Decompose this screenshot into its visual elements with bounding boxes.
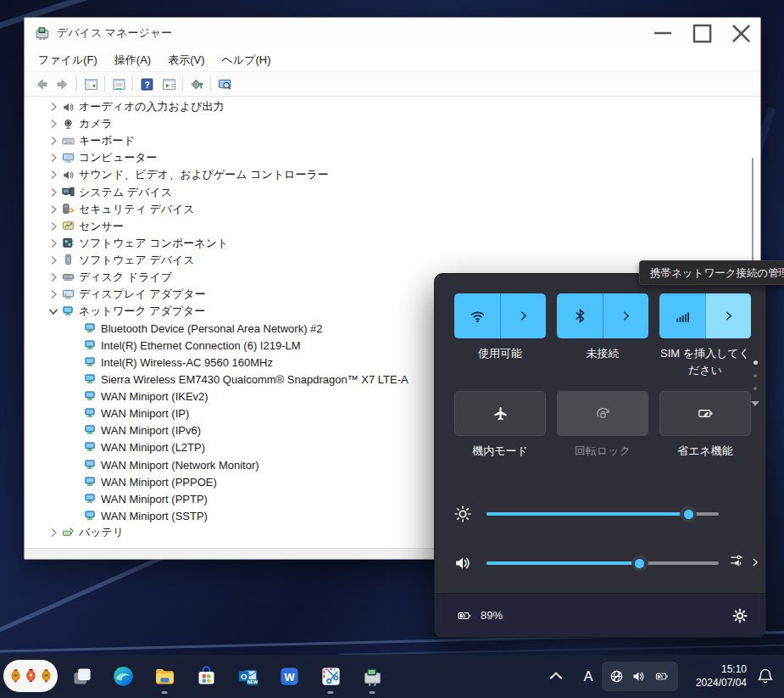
tree-row[interactable]: サウンド、ビデオ、およびゲーム コントローラー bbox=[25, 166, 748, 183]
taskbar-device-manager[interactable] bbox=[355, 659, 389, 693]
quick-settings-pagination[interactable] bbox=[751, 360, 759, 406]
ime-indicator[interactable]: A bbox=[577, 666, 599, 688]
menu-item-V[interactable]: 表示(V) bbox=[159, 49, 213, 71]
show-play-icon bbox=[162, 77, 176, 92]
tree-chevron-icon[interactable] bbox=[47, 117, 60, 131]
help-icon: ? bbox=[140, 77, 154, 92]
tree-row[interactable]: システム デバイス bbox=[25, 183, 748, 200]
maximize-button[interactable] bbox=[682, 18, 721, 48]
toolbar-monitor-search[interactable] bbox=[214, 74, 236, 94]
outlook-icon: ONEW bbox=[236, 665, 259, 688]
tray-status-group[interactable] bbox=[602, 662, 678, 691]
tree-chevron-icon[interactable] bbox=[47, 526, 60, 539]
toolbar-back-arrow[interactable] bbox=[30, 74, 52, 94]
settings-gear-icon[interactable] bbox=[731, 607, 748, 624]
taskbar-edge[interactable] bbox=[106, 659, 140, 693]
taskbar-wps-office[interactable]: W bbox=[272, 659, 306, 693]
tree-chevron-icon[interactable] bbox=[47, 304, 60, 318]
tree-row[interactable]: オーディオの入力および出力 bbox=[25, 98, 748, 115]
widgets-button[interactable] bbox=[3, 660, 58, 692]
bluetooth-toggle[interactable] bbox=[557, 293, 648, 338]
taskbar: ONEWW A 15:10 2024/07/04 bbox=[0, 655, 784, 698]
airplane-mode-toggle[interactable] bbox=[454, 391, 546, 436]
brightness-slider[interactable] bbox=[487, 512, 719, 516]
svg-text:W: W bbox=[284, 670, 295, 683]
toolbar-help[interactable]: ? bbox=[136, 74, 158, 94]
menu-item-A[interactable]: 操作(A) bbox=[106, 49, 159, 71]
forward-arrow-icon bbox=[56, 77, 70, 92]
taskbar-snipping-tool[interactable] bbox=[314, 659, 348, 693]
scrollbar-thumb[interactable] bbox=[752, 158, 753, 266]
bluetooth-icon bbox=[557, 293, 603, 338]
wifi-expand-chevron[interactable] bbox=[500, 293, 546, 338]
toolbar-forward-arrow[interactable] bbox=[52, 74, 74, 94]
tree-chevron-icon[interactable] bbox=[47, 168, 60, 181]
tree-chevron-icon[interactable] bbox=[47, 254, 60, 267]
tree-item-label: キーボード bbox=[79, 133, 135, 148]
tree-chevron-icon[interactable] bbox=[47, 288, 60, 301]
wifi-label: 使用可能 bbox=[478, 345, 522, 362]
tray-volume-icon bbox=[631, 669, 646, 684]
tree-row[interactable]: センサー bbox=[25, 218, 748, 235]
menu-item-F[interactable]: ファイル(F) bbox=[30, 49, 106, 71]
page-dot-current[interactable] bbox=[753, 360, 758, 365]
tray-date: 2024/07/04 bbox=[674, 676, 747, 690]
cellular-expand-chevron[interactable] bbox=[705, 293, 751, 338]
audio-output-chevron-icon[interactable] bbox=[750, 556, 760, 566]
tree-row[interactable]: セキュリティ デバイス bbox=[25, 201, 748, 218]
brightness-slider-thumb[interactable] bbox=[680, 505, 697, 522]
menu-item-H[interactable]: ヘルプ(H) bbox=[214, 49, 280, 71]
audio-output-picker-icon[interactable] bbox=[730, 553, 745, 568]
tree-item-label: WAN Miniport (Network Monitor) bbox=[101, 459, 259, 472]
taskbar-task-view[interactable] bbox=[64, 659, 98, 693]
tree-row[interactable]: キーボード bbox=[25, 132, 748, 149]
tray-chevron-up-icon[interactable] bbox=[547, 667, 565, 685]
page-dot[interactable] bbox=[753, 374, 757, 377]
tree-item-label: オーディオの入力および出力 bbox=[79, 99, 224, 114]
tree-chevron-icon bbox=[69, 441, 82, 455]
net-child-icon bbox=[84, 510, 97, 522]
tree-chevron-icon[interactable] bbox=[47, 134, 60, 148]
tree-row[interactable]: カメラ bbox=[25, 115, 748, 132]
toolbar-show-panel[interactable] bbox=[80, 74, 102, 94]
notifications-bell-icon[interactable] bbox=[757, 667, 774, 684]
energy-saver-toggle[interactable] bbox=[659, 391, 751, 436]
taskbar-outlook[interactable]: ONEW bbox=[231, 659, 264, 693]
airplane-icon bbox=[455, 392, 545, 435]
tray-clock[interactable]: 15:10 2024/07/04 bbox=[674, 662, 747, 690]
tree-chevron-icon[interactable] bbox=[47, 237, 60, 250]
tree-row[interactable]: コンピューター bbox=[25, 149, 748, 166]
bluetooth-expand-chevron[interactable] bbox=[603, 293, 648, 338]
close-button[interactable] bbox=[721, 18, 760, 48]
rotation-lock-toggle bbox=[557, 391, 648, 436]
tree-item-label: ディスプレイ アダプター bbox=[79, 287, 206, 302]
toolbar-scan-hardware[interactable] bbox=[186, 74, 208, 94]
page-down-arrow[interactable] bbox=[751, 401, 759, 406]
tree-chevron-icon[interactable] bbox=[47, 186, 60, 199]
title-bar[interactable]: デバイス マネージャー bbox=[25, 18, 760, 48]
tree-chevron-icon[interactable] bbox=[47, 203, 60, 216]
keyboard-icon bbox=[62, 135, 75, 148]
tree-item-label: WAN Miniport (IKEv2) bbox=[101, 390, 209, 403]
taskbar-microsoft-store[interactable] bbox=[189, 659, 223, 693]
tree-chevron-icon[interactable] bbox=[47, 271, 60, 284]
energy-saver-icon bbox=[660, 392, 750, 435]
battery-charging-icon[interactable] bbox=[455, 609, 474, 623]
volume-slider-thumb[interactable] bbox=[631, 555, 648, 572]
volume-slider[interactable] bbox=[487, 561, 719, 565]
wps-office-icon: W bbox=[278, 665, 301, 688]
wifi-toggle[interactable] bbox=[454, 293, 546, 338]
taskbar-file-explorer[interactable] bbox=[147, 659, 181, 693]
tree-chevron-icon[interactable] bbox=[47, 100, 60, 114]
cellular-toggle[interactable] bbox=[659, 293, 751, 338]
toolbar-properties[interactable] bbox=[108, 74, 130, 94]
quick-setting-airplane-mode: 機内モード bbox=[454, 391, 546, 460]
tree-chevron-icon[interactable] bbox=[47, 151, 60, 165]
tree-chevron-icon[interactable] bbox=[47, 220, 60, 233]
page-dot[interactable] bbox=[753, 387, 757, 390]
tree-item-label: Bluetooth Device (Personal Area Network)… bbox=[101, 322, 323, 335]
toolbar-show-play[interactable] bbox=[158, 74, 180, 94]
minimize-button[interactable] bbox=[643, 18, 682, 48]
lantern-icon bbox=[39, 665, 53, 687]
tree-row[interactable]: ソフトウェア コンポーネント bbox=[25, 235, 748, 252]
